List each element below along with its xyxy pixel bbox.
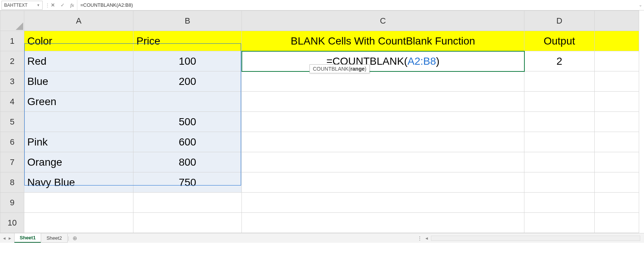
cancel-icon: ✕: [51, 2, 55, 8]
cell-A1[interactable]: Color: [24, 31, 133, 51]
cell-A6[interactable]: Pink: [24, 132, 133, 152]
name-box-text: BAHTTEXT: [4, 3, 37, 8]
row-header-4[interactable]: 4: [0, 92, 24, 112]
cell-D9[interactable]: [524, 193, 595, 213]
row-header-5[interactable]: 5: [0, 112, 24, 132]
column-header-E[interactable]: [595, 11, 639, 31]
cell-C8[interactable]: [242, 172, 524, 193]
check-icon: ✓: [61, 2, 65, 8]
sheet-tab-sheet1[interactable]: Sheet1: [14, 233, 41, 243]
cell-B4[interactable]: [133, 92, 242, 112]
cell-B1[interactable]: Price: [133, 31, 242, 51]
cell-D1[interactable]: Output: [524, 31, 595, 51]
cell-C7[interactable]: [242, 152, 524, 172]
cell-A2[interactable]: Red: [24, 51, 133, 71]
formula-bar: BAHTTEXT ▼ ⋮ ✕ ✓ fx =COUNTBLANK(A2:B8) ⌄: [0, 0, 644, 10]
cell-B7[interactable]: 800: [133, 152, 242, 172]
cell-E6[interactable]: [595, 132, 639, 152]
horizontal-scrollbar[interactable]: [431, 236, 640, 241]
cell-D10[interactable]: [524, 213, 595, 233]
cell-C6[interactable]: [242, 132, 524, 152]
formula-bar-expand-icon[interactable]: ⌄: [637, 3, 644, 7]
tab-scroll-area: ⋮ ◄: [417, 235, 644, 241]
cell-C1[interactable]: BLANK Cells With CountBlank Function: [242, 31, 524, 51]
row-header-9[interactable]: 9: [0, 193, 24, 213]
sheet-tab-sheet2[interactable]: Sheet2: [41, 234, 67, 243]
column-header-D[interactable]: D: [524, 11, 595, 31]
tab-separator: |: [68, 235, 69, 241]
column-header-B[interactable]: B: [133, 11, 242, 31]
cancel-button[interactable]: ✕: [48, 1, 58, 10]
select-all-corner[interactable]: [0, 11, 24, 31]
column-header-C[interactable]: C: [242, 11, 524, 31]
cell-B2[interactable]: 100: [133, 51, 242, 71]
cell-A5[interactable]: [24, 112, 133, 132]
cell-A3[interactable]: Blue: [24, 71, 133, 92]
cell-E10[interactable]: [595, 213, 639, 233]
cell-D8[interactable]: [524, 172, 595, 193]
cell-A9[interactable]: [24, 193, 133, 213]
cell-E1[interactable]: [595, 31, 639, 51]
cell-C10[interactable]: [242, 213, 524, 233]
cell-E7[interactable]: [595, 152, 639, 172]
cell-A4[interactable]: Green: [24, 92, 133, 112]
cell-B10[interactable]: [133, 213, 242, 233]
cell-B8[interactable]: 750: [133, 172, 242, 193]
sheet-nav-next-icon[interactable]: ►: [8, 236, 12, 240]
add-sheet-button[interactable]: ⊕: [70, 235, 80, 242]
function-tooltip[interactable]: COUNTBLANK(range): [309, 64, 370, 73]
formula-input[interactable]: =COUNTBLANK(A2:B8): [77, 0, 637, 10]
fx-icon: fx: [70, 2, 74, 8]
formula-bar-separator: ⋮: [45, 2, 47, 8]
cell-E4[interactable]: [595, 92, 639, 112]
sheet-nav-prev-icon[interactable]: ◄: [2, 236, 6, 240]
cell-B6[interactable]: 600: [133, 132, 242, 152]
select-all-triangle-icon: [16, 22, 23, 30]
sheet-nav: ◄ ►: [0, 236, 14, 240]
cell-C3[interactable]: [242, 71, 524, 92]
row-header-7[interactable]: 7: [0, 152, 24, 172]
spreadsheet-grid: A B C D 1 Color Price BLANK Cells With C…: [0, 10, 644, 233]
insert-function-button[interactable]: fx: [67, 1, 77, 10]
cell-C4[interactable]: [242, 92, 524, 112]
cell-D5[interactable]: [524, 112, 595, 132]
row-header-6[interactable]: 6: [0, 132, 24, 152]
tab-scroll-left-icon[interactable]: ◄: [425, 236, 429, 240]
name-box-dropdown-icon[interactable]: ▼: [37, 3, 40, 7]
cell-A7[interactable]: Orange: [24, 152, 133, 172]
enter-button[interactable]: ✓: [58, 1, 67, 10]
cell-A10[interactable]: [24, 213, 133, 233]
cell-D4[interactable]: [524, 92, 595, 112]
cell-C5[interactable]: [242, 112, 524, 132]
row-header-3[interactable]: 3: [0, 71, 24, 92]
cell-D3[interactable]: [524, 71, 595, 92]
cell-E3[interactable]: [595, 71, 639, 92]
row-header-8[interactable]: 8: [0, 172, 24, 193]
name-box[interactable]: BAHTTEXT ▼: [1, 1, 43, 10]
cell-B3[interactable]: 200: [133, 71, 242, 92]
tab-scroll-dots-icon[interactable]: ⋮: [417, 235, 422, 241]
cell-E8[interactable]: [595, 172, 639, 193]
cell-B5[interactable]: 500: [133, 112, 242, 132]
cell-B9[interactable]: [133, 193, 242, 213]
cell-D6[interactable]: [524, 132, 595, 152]
cell-E9[interactable]: [595, 193, 639, 213]
cell-D7[interactable]: [524, 152, 595, 172]
sheet-tab-bar: ◄ ► Sheet1 Sheet2 | ⊕ ⋮ ◄: [0, 233, 644, 243]
row-header-2[interactable]: 2: [0, 51, 24, 71]
row-header-10[interactable]: 10: [0, 213, 24, 233]
cell-A8[interactable]: Navy Blue: [24, 172, 133, 193]
cell-E2[interactable]: [595, 51, 639, 71]
row-header-1[interactable]: 1: [0, 31, 24, 51]
cell-C2-editing[interactable]: =COUNTBLANK(A2:B8): [242, 51, 524, 71]
column-header-A[interactable]: A: [24, 11, 133, 31]
cell-C9[interactable]: [242, 193, 524, 213]
cell-D2[interactable]: 2: [524, 51, 595, 71]
cell-E5[interactable]: [595, 112, 639, 132]
